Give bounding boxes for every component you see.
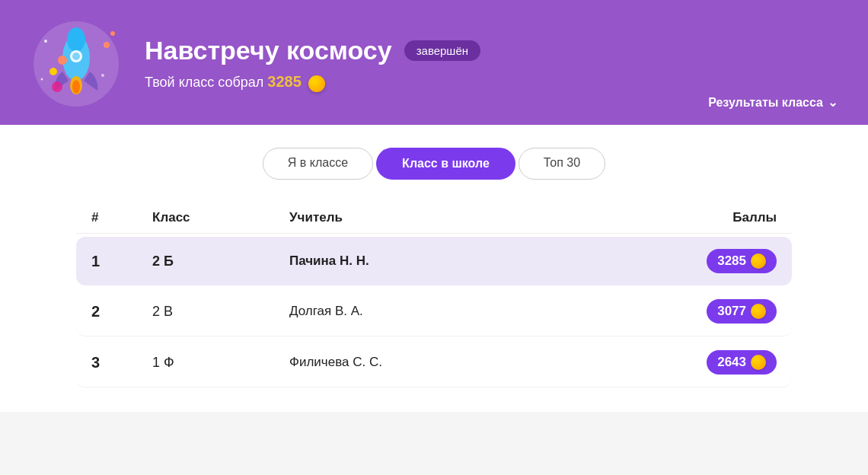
header-banner: Навстречу космосу завершён Твой класс со… [0, 0, 868, 125]
col-teacher: Учитель [289, 210, 624, 225]
class-cell: 2 Б [152, 253, 289, 269]
score-coin-icon [751, 304, 766, 319]
score-cell: 3285 [624, 249, 777, 273]
svg-point-9 [104, 42, 110, 48]
svg-point-2 [67, 27, 85, 52]
results-link-text: Результаты класса [708, 96, 823, 110]
class-cell: 2 В [152, 304, 289, 320]
results-link[interactable]: Результаты класса ⌄ [708, 95, 838, 110]
teacher-cell: Долгая В. А. [289, 304, 624, 319]
svg-point-14 [52, 81, 62, 92]
table-header: # Класс Учитель Баллы [76, 202, 792, 234]
tab-top30[interactable]: Топ 30 [519, 148, 605, 180]
score-value: 3077 [717, 304, 746, 319]
score-cell: 3077 [624, 299, 777, 324]
subtitle-prefix: Твой класс собрал [145, 75, 263, 90]
score-value: 3285 [717, 253, 746, 269]
score-badge: 3285 [707, 249, 777, 273]
rank-cell: 1 [91, 253, 152, 270]
tab-my-class[interactable]: Я в классе [263, 148, 373, 180]
tab-class-in-school[interactable]: Класс в школе [376, 148, 515, 180]
subtitle-row: Твой класс собрал 3285 [145, 73, 838, 91]
score-coin-icon [751, 253, 766, 269]
svg-point-7 [58, 56, 67, 65]
table-row: 3 1 Ф Филичева С. С. 2643 [76, 338, 792, 387]
class-points: 3285 [267, 73, 302, 90]
class-cell: 1 Ф [152, 355, 289, 371]
table-row: 2 2 В Долгая В. А. 3077 [76, 287, 792, 336]
rank-cell: 3 [91, 354, 152, 371]
event-title: Навстречу космосу [145, 36, 392, 65]
svg-point-4 [72, 53, 80, 60]
col-score: Баллы [624, 210, 777, 225]
title-row: Навстречу космосу завершён [145, 36, 838, 65]
svg-point-8 [49, 68, 57, 75]
tabs-container: Я в классе Класс в школе Топ 30 [76, 148, 792, 180]
rocket-illustration [30, 18, 122, 110]
col-class: Класс [152, 210, 289, 225]
score-badge: 3077 [707, 299, 777, 324]
chevron-down-icon: ⌄ [828, 95, 838, 110]
score-coin-icon [751, 355, 766, 370]
svg-point-13 [41, 78, 43, 81]
table-row: 1 2 Б Пачина Н. Н. 3285 [76, 237, 792, 285]
teacher-cell: Филичева С. С. [289, 355, 624, 370]
main-content: Я в классе Класс в школе Топ 30 # Класс … [0, 125, 868, 412]
header-text: Навстречу космосу завершён Твой класс со… [145, 36, 838, 91]
score-value: 2643 [717, 355, 746, 370]
svg-point-6 [72, 80, 80, 94]
svg-point-12 [101, 74, 104, 77]
svg-point-11 [44, 40, 47, 43]
col-rank: # [91, 210, 152, 225]
svg-point-10 [110, 31, 115, 36]
rank-cell: 2 [91, 303, 152, 320]
coin-icon [308, 75, 325, 92]
status-badge: завершён [404, 40, 480, 61]
score-cell: 2643 [624, 350, 777, 375]
score-badge: 2643 [707, 350, 777, 375]
teacher-cell: Пачина Н. Н. [289, 253, 624, 269]
